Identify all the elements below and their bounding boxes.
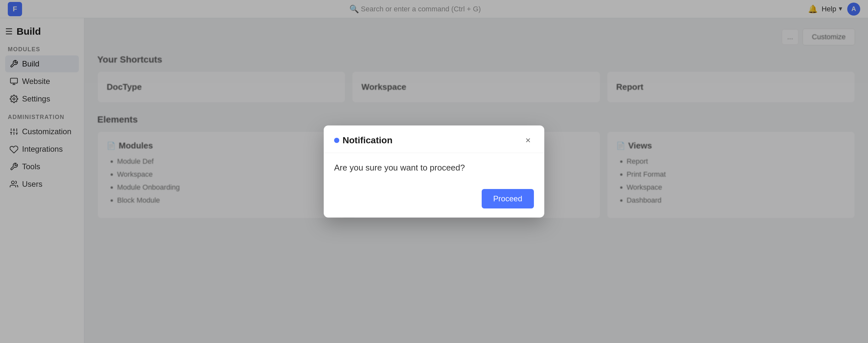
modal-message: Are you sure you want to proceed? <box>324 153 544 183</box>
modal-close-button[interactable]: × <box>522 134 534 146</box>
modal-overlay: Notification × Are you sure you want to … <box>0 0 868 343</box>
notification-dot <box>334 138 339 143</box>
proceed-button[interactable]: Proceed <box>482 189 534 209</box>
modal-footer: Proceed <box>324 183 544 218</box>
modal-title: Notification <box>343 135 393 146</box>
modal-header: Notification × <box>324 125 544 153</box>
notification-modal: Notification × Are you sure you want to … <box>324 125 544 218</box>
